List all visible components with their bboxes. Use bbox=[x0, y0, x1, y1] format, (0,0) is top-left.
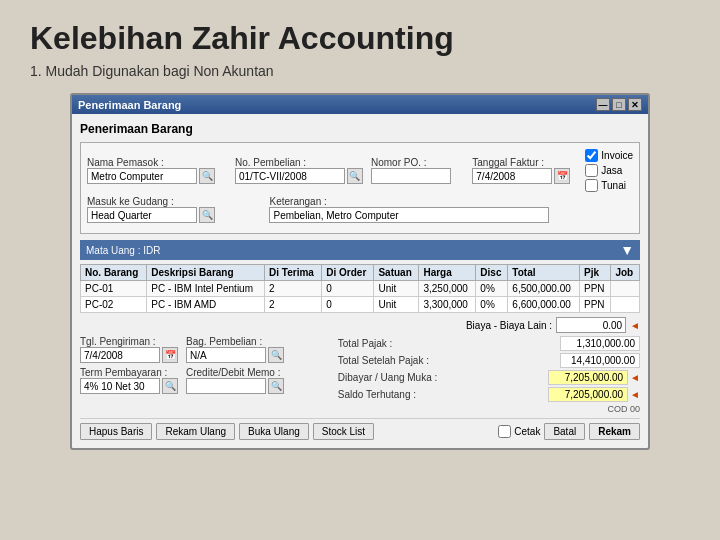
masuk-gudang-input[interactable] bbox=[87, 207, 197, 223]
page-subtitle: 1. Mudah Digunakan bagi Non Akuntan bbox=[30, 63, 690, 79]
table-cell bbox=[611, 297, 640, 313]
credit-memo-label: Credite/Debit Memo : bbox=[186, 367, 284, 378]
table-cell: 0 bbox=[322, 297, 374, 313]
main-window: Penerimaan Barang — □ ✕ Penerimaan Baran… bbox=[70, 93, 650, 450]
table-cell: Unit bbox=[374, 297, 419, 313]
tgl-row: Tgl. Pengiriman : 📅 Bag. Pembelian : 🔍 bbox=[80, 336, 332, 363]
table-row[interactable]: PC-01PC - IBM Intel Pentium20Unit3,250,0… bbox=[81, 281, 640, 297]
table-cell: PC-02 bbox=[81, 297, 147, 313]
jasa-label: Jasa bbox=[601, 165, 622, 176]
term-input[interactable] bbox=[80, 378, 160, 394]
jasa-checkbox[interactable] bbox=[585, 164, 598, 177]
dibayar-arrow-icon: ◄ bbox=[630, 372, 640, 383]
table-cell: Unit bbox=[374, 281, 419, 297]
total-pajak-label: Total Pajak : bbox=[338, 338, 392, 349]
cetak-label: Cetak bbox=[514, 426, 540, 437]
col-disc: Disc bbox=[476, 265, 508, 281]
nama-pemasok-input[interactable] bbox=[87, 168, 197, 184]
saldo-label: Saldo Terhutang : bbox=[338, 389, 416, 400]
table-cell bbox=[611, 281, 640, 297]
table-cell: 2 bbox=[265, 281, 322, 297]
col-di-order: Di Order bbox=[322, 265, 374, 281]
currency-arrow: ▼ bbox=[620, 242, 634, 258]
no-pembelian-input[interactable] bbox=[235, 168, 345, 184]
table-cell: PC-01 bbox=[81, 281, 147, 297]
buka-ulang-button[interactable]: Buka Ulang bbox=[239, 423, 309, 440]
total-setelah-pajak-label: Total Setelah Pajak : bbox=[338, 355, 429, 366]
nomor-po-label: Nomor PO. : bbox=[371, 157, 464, 168]
nama-pemasok-label: Nama Pemasok : bbox=[87, 157, 227, 168]
table-cell: 0% bbox=[476, 297, 508, 313]
bag-pembelian-input[interactable] bbox=[186, 347, 266, 363]
saldo-row: Saldo Terhutang : 7,205,000.00 ◄ bbox=[338, 387, 640, 402]
stock-list-button[interactable]: Stock List bbox=[313, 423, 374, 440]
total-setelah-pajak-value: 14,410,000.00 bbox=[560, 353, 640, 368]
cod-label: COD 00 bbox=[338, 404, 640, 414]
close-button[interactable]: ✕ bbox=[628, 98, 642, 111]
pemasok-search-icon[interactable]: 🔍 bbox=[199, 168, 215, 184]
calendar-icon[interactable]: 📅 bbox=[554, 168, 570, 184]
invoice-checkbox[interactable] bbox=[585, 149, 598, 162]
minimize-button[interactable]: — bbox=[596, 98, 610, 111]
tunai-checkbox-row: Tunai bbox=[585, 179, 633, 192]
table-cell: 0 bbox=[322, 281, 374, 297]
biaya-arrow-icon: ◄ bbox=[630, 320, 640, 331]
saldo-arrow-icon: ◄ bbox=[630, 389, 640, 400]
tgl-label: Tgl. Pengiriman : bbox=[80, 336, 178, 347]
biaya-row: Biaya - Biaya Lain : ◄ bbox=[80, 317, 640, 333]
hapus-baris-button[interactable]: Hapus Baris bbox=[80, 423, 152, 440]
top-form: Nama Pemasok : 🔍 No. Pembelian : 🔍 Nomor… bbox=[80, 142, 640, 234]
table-cell: PPN bbox=[580, 281, 611, 297]
term-search-icon[interactable]: 🔍 bbox=[162, 378, 178, 394]
pembelian-search-icon[interactable]: 🔍 bbox=[347, 168, 363, 184]
keterangan-label: Keterangan : bbox=[269, 196, 633, 207]
term-label: Term Pembayaran : bbox=[80, 367, 178, 378]
jasa-checkbox-row: Jasa bbox=[585, 164, 633, 177]
cetak-row: Cetak bbox=[498, 425, 540, 438]
credit-search-icon[interactable]: 🔍 bbox=[268, 378, 284, 394]
table-cell: PC - IBM Intel Pentium bbox=[147, 281, 265, 297]
footer-buttons: Hapus Baris Rekam Ulang Buka Ulang Stock… bbox=[80, 418, 640, 440]
col-di-terima: Di Terima bbox=[265, 265, 322, 281]
table-cell: 6,500,000.00 bbox=[508, 281, 580, 297]
credit-memo-input[interactable] bbox=[186, 378, 266, 394]
rekam-ulang-button[interactable]: Rekam Ulang bbox=[156, 423, 235, 440]
rekam-button[interactable]: Rekam bbox=[589, 423, 640, 440]
maximize-button[interactable]: □ bbox=[612, 98, 626, 111]
title-bar: Penerimaan Barang — □ ✕ bbox=[72, 95, 648, 114]
invoice-label: Invoice bbox=[601, 150, 633, 161]
bag-search-icon[interactable]: 🔍 bbox=[268, 347, 284, 363]
invoice-checkbox-row: Invoice bbox=[585, 149, 633, 162]
table-cell: 6,600,000.00 bbox=[508, 297, 580, 313]
currency-label: Mata Uang : IDR bbox=[86, 245, 160, 256]
tgl-calendar-icon[interactable]: 📅 bbox=[162, 347, 178, 363]
title-bar-buttons: — □ ✕ bbox=[596, 98, 642, 111]
bag-pembelian-label: Bag. Pembelian : bbox=[186, 336, 284, 347]
dibayar-row: Dibayar / Uang Muka : 7,205,000.00 ◄ bbox=[338, 370, 640, 385]
form-row-gudang: Masuk ke Gudang : 🔍 Keterangan : bbox=[87, 196, 633, 223]
biaya-label: Biaya - Biaya Lain : bbox=[466, 320, 552, 331]
cetak-checkbox[interactable] bbox=[498, 425, 511, 438]
currency-bar: Mata Uang : IDR ▼ bbox=[80, 240, 640, 260]
col-satuan: Satuan bbox=[374, 265, 419, 281]
col-no-barang: No. Barang bbox=[81, 265, 147, 281]
term-row: Term Pembayaran : 🔍 Credite/Debit Memo :… bbox=[80, 367, 332, 394]
nomor-po-input[interactable] bbox=[371, 168, 451, 184]
biaya-input[interactable] bbox=[556, 317, 626, 333]
keterangan-input[interactable] bbox=[269, 207, 549, 223]
total-setelah-pajak-row: Total Setelah Pajak : 14,410,000.00 bbox=[338, 353, 640, 368]
window-title: Penerimaan Barang bbox=[78, 99, 181, 111]
batal-button[interactable]: Batal bbox=[544, 423, 585, 440]
tanggal-faktur-input[interactable] bbox=[472, 168, 552, 184]
table-row[interactable]: PC-02PC - IBM AMD20Unit3,300,0000%6,600,… bbox=[81, 297, 640, 313]
items-table: No. Barang Deskripsi Barang Di Terima Di… bbox=[80, 264, 640, 313]
dibayar-label: Dibayar / Uang Muka : bbox=[338, 372, 438, 383]
table-cell: 3,250,000 bbox=[419, 281, 476, 297]
table-cell: 2 bbox=[265, 297, 322, 313]
tgl-input[interactable] bbox=[80, 347, 160, 363]
total-pajak-row: Total Pajak : 1,310,000.00 bbox=[338, 336, 640, 351]
bottom-section: Tgl. Pengiriman : 📅 Bag. Pembelian : 🔍 bbox=[80, 336, 640, 414]
tunai-checkbox[interactable] bbox=[585, 179, 598, 192]
tunai-label: Tunai bbox=[601, 180, 626, 191]
gudang-search-icon[interactable]: 🔍 bbox=[199, 207, 215, 223]
